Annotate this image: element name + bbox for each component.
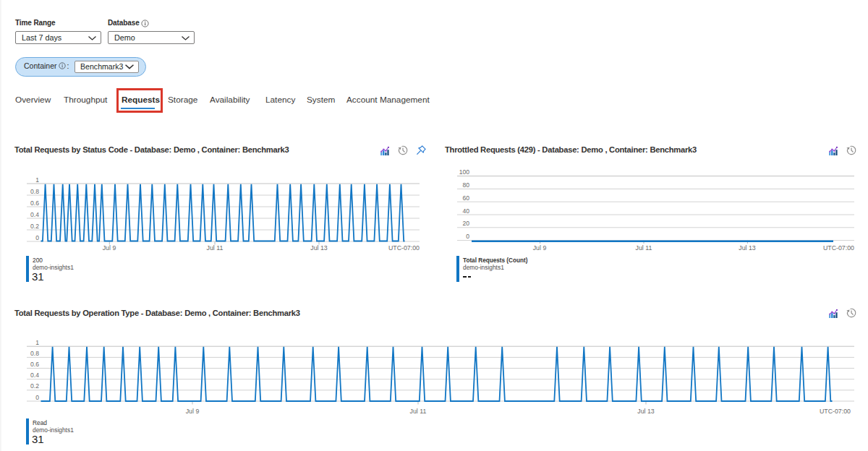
svg-text:Jul 9: Jul 9 bbox=[103, 244, 116, 252]
svg-text:Jul 13: Jul 13 bbox=[739, 244, 756, 252]
svg-text:Jul 11: Jul 11 bbox=[410, 408, 427, 415]
svg-text:Jul 9: Jul 9 bbox=[186, 408, 200, 415]
svg-text:0.6: 0.6 bbox=[30, 199, 39, 207]
svg-text:0.4: 0.4 bbox=[30, 371, 39, 379]
svg-text:0.8: 0.8 bbox=[30, 188, 39, 195]
svg-text:UTC-07:00: UTC-07:00 bbox=[823, 244, 854, 252]
svg-text:0.2: 0.2 bbox=[30, 223, 39, 230]
svg-text:0: 0 bbox=[35, 394, 39, 401]
svg-text:Jul 11: Jul 11 bbox=[636, 244, 652, 252]
svg-text:0.8: 0.8 bbox=[30, 350, 39, 357]
svg-text:Jul 11: Jul 11 bbox=[207, 244, 224, 252]
svg-text:UTC-07:00: UTC-07:00 bbox=[388, 244, 420, 252]
svg-text:UTC-07:00: UTC-07:00 bbox=[820, 408, 851, 415]
svg-text:Jul 13: Jul 13 bbox=[637, 408, 655, 415]
svg-text:80: 80 bbox=[462, 181, 469, 189]
svg-text:Jul 9: Jul 9 bbox=[533, 244, 547, 252]
svg-text:20: 20 bbox=[462, 220, 469, 227]
svg-text:0: 0 bbox=[466, 233, 469, 240]
svg-text:100: 100 bbox=[459, 168, 470, 176]
svg-text:0: 0 bbox=[35, 234, 39, 241]
svg-text:40: 40 bbox=[462, 207, 469, 215]
svg-text:0.4: 0.4 bbox=[30, 211, 39, 218]
svg-text:0.6: 0.6 bbox=[30, 361, 39, 368]
svg-text:1: 1 bbox=[35, 176, 39, 184]
svg-text:Jul 13: Jul 13 bbox=[310, 244, 328, 252]
svg-text:1: 1 bbox=[35, 339, 39, 346]
svg-text:60: 60 bbox=[462, 194, 469, 202]
svg-text:0.2: 0.2 bbox=[30, 382, 39, 390]
